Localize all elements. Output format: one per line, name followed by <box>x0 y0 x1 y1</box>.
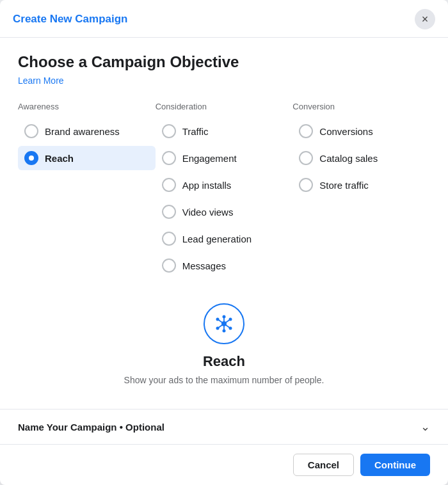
lead-generation-label: Lead generation <box>182 234 252 244</box>
awareness-label: Awareness <box>18 102 156 111</box>
radio-messages <box>162 258 176 273</box>
option-engagement[interactable]: Engagement <box>156 146 293 170</box>
radio-reach <box>24 151 38 165</box>
brand-awareness-label: Brand awareness <box>45 126 120 137</box>
option-store-traffic[interactable]: Store traffic <box>292 173 430 197</box>
modal-footer: Cancel Continue <box>0 444 448 485</box>
modal-title: Create New Campaign <box>13 13 128 26</box>
create-campaign-modal: Create New Campaign × Choose a Campaign … <box>0 0 448 485</box>
learn-more-link[interactable]: Learn More <box>18 76 64 86</box>
option-lead-generation[interactable]: Lead generation <box>156 227 293 251</box>
svg-point-7 <box>216 318 220 321</box>
reach-icon <box>204 303 244 344</box>
option-video-views[interactable]: Video views <box>156 200 293 224</box>
radio-conversions <box>299 124 313 138</box>
consideration-column: Consideration Traffic Engagement App ins… <box>156 102 293 280</box>
conversion-label: Conversion <box>292 102 430 111</box>
conversions-label: Conversions <box>319 126 372 137</box>
svg-point-10 <box>229 327 232 330</box>
name-campaign-section[interactable]: Name Your Campaign • Optional ⌄ <box>0 409 448 444</box>
svg-point-11 <box>223 315 226 319</box>
radio-lead-generation <box>162 232 176 246</box>
engagement-label: Engagement <box>182 153 237 164</box>
option-messages[interactable]: Messages <box>156 253 293 278</box>
reach-label: Reach <box>45 153 74 164</box>
video-views-label: Video views <box>182 207 234 218</box>
traffic-label: Traffic <box>182 126 209 137</box>
name-campaign-label: Name Your Campaign • Optional <box>18 422 164 433</box>
radio-store-traffic <box>299 178 313 192</box>
radio-video-views <box>162 205 176 219</box>
radio-app-installs <box>162 178 176 192</box>
option-app-installs[interactable]: App installs <box>156 173 293 197</box>
app-installs-label: App installs <box>182 180 232 191</box>
objective-grid: Awareness Brand awareness Reach Consider… <box>18 102 430 280</box>
messages-label: Messages <box>182 260 226 271</box>
modal-body: Choose a Campaign Objective Learn More A… <box>0 38 448 409</box>
option-brand-awareness[interactable]: Brand awareness <box>18 119 156 143</box>
chevron-down-icon: ⌄ <box>420 420 430 434</box>
radio-engagement <box>162 151 176 165</box>
close-icon: × <box>422 13 429 26</box>
radio-brand-awareness <box>24 124 38 138</box>
radio-traffic <box>162 124 176 138</box>
option-conversions[interactable]: Conversions <box>292 119 430 143</box>
store-traffic-label: Store traffic <box>319 180 368 191</box>
page-title: Choose a Campaign Objective <box>18 53 430 71</box>
conversion-column: Conversion Conversions Catalog sales Sto… <box>292 102 430 280</box>
cancel-button[interactable]: Cancel <box>293 454 354 476</box>
radio-catalog-sales <box>299 151 313 165</box>
awareness-column: Awareness Brand awareness Reach <box>18 102 156 280</box>
svg-point-12 <box>223 330 226 333</box>
consideration-label: Consideration <box>156 102 293 111</box>
preview-description: Show your ads to the maximum number of p… <box>124 375 324 385</box>
svg-point-8 <box>229 318 232 321</box>
modal-header: Create New Campaign × <box>0 0 448 38</box>
option-catalog-sales[interactable]: Catalog sales <box>292 146 430 170</box>
preview-section: Reach Show your ads to the maximum numbe… <box>18 285 430 398</box>
preview-title: Reach <box>203 353 245 370</box>
svg-point-9 <box>216 327 220 330</box>
catalog-sales-label: Catalog sales <box>319 153 378 164</box>
close-button[interactable]: × <box>415 9 435 29</box>
option-reach[interactable]: Reach <box>18 146 156 170</box>
continue-button[interactable]: Continue <box>360 454 430 476</box>
option-traffic[interactable]: Traffic <box>156 119 293 143</box>
